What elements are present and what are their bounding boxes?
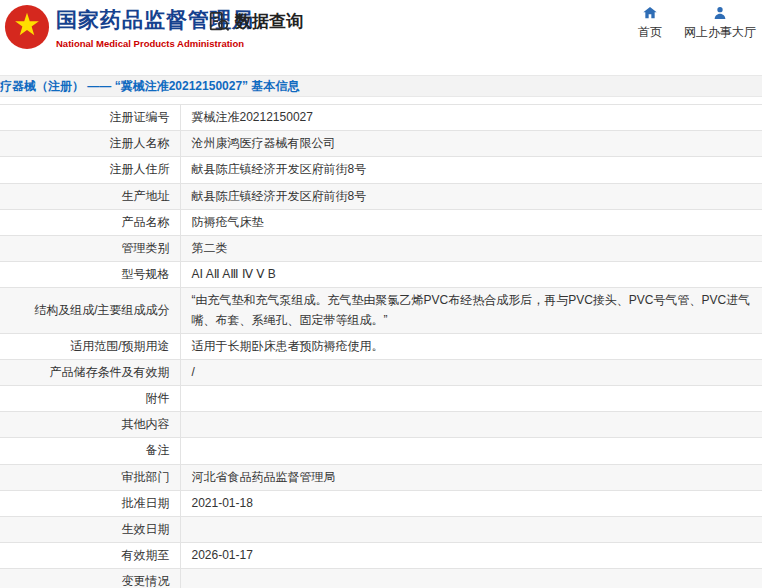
- table-row: 生效日期: [0, 517, 762, 543]
- row-label: 备注: [0, 438, 180, 464]
- nav-home[interactable]: 首页: [638, 5, 662, 41]
- nav-service-hall-label: 网上办事大厅: [684, 24, 756, 41]
- row-label: 有效期至: [0, 543, 180, 569]
- document-search-icon: [208, 11, 230, 33]
- row-value: [180, 386, 762, 412]
- row-label: 产品储存条件及有效期: [0, 359, 180, 385]
- row-label: 其他内容: [0, 412, 180, 438]
- row-value: /: [180, 359, 762, 385]
- row-label: 结构及组成/主要组成成分: [0, 288, 180, 333]
- row-label: 注册证编号: [0, 105, 180, 131]
- nav-service-hall[interactable]: 网上办事大厅: [684, 5, 756, 41]
- row-label: 批准日期: [0, 490, 180, 516]
- row-label: 变更情况: [0, 569, 180, 588]
- row-value: “由充气垫和充气泵组成。充气垫由聚氯乙烯PVC布经热合成形后，再与PVC接头、P…: [180, 288, 762, 333]
- registration-info-table: 注册证编号 冀械注准20212150027 注册人名称 沧州康鸿医疗器械有限公司…: [0, 104, 762, 588]
- row-value: [180, 438, 762, 464]
- row-value: 第二类: [180, 235, 762, 261]
- row-label: 注册人名称: [0, 131, 180, 157]
- row-value: 适用于长期卧床患者预防褥疮使用。: [180, 333, 762, 359]
- row-label: 审批部门: [0, 464, 180, 490]
- table-row: 生产地址 献县陈庄镇经济开发区府前街8号: [0, 183, 762, 209]
- data-query-tab[interactable]: 数据查询: [208, 10, 303, 33]
- person-icon: [712, 5, 728, 21]
- row-value: 2026-01-17: [180, 543, 762, 569]
- row-value: 沧州康鸿医疗器械有限公司: [180, 131, 762, 157]
- table-row: 审批部门 河北省食品药品监督管理局: [0, 464, 762, 490]
- row-value: 防褥疮气床垫: [180, 209, 762, 235]
- row-label: 产品名称: [0, 209, 180, 235]
- nav-home-label: 首页: [638, 24, 662, 41]
- row-value: 2021-01-18: [180, 490, 762, 516]
- row-value: [180, 517, 762, 543]
- row-label: 注册人住所: [0, 157, 180, 183]
- table-row: 型号规格 AⅠ AⅡ AⅢ Ⅳ Ⅴ B: [0, 262, 762, 288]
- table-row: 管理类别 第二类: [0, 235, 762, 261]
- row-value: AⅠ AⅡ AⅢ Ⅳ Ⅴ B: [180, 262, 762, 288]
- breadcrumb-text: 疗器械（注册） —— “冀械注准20212150027” 基本信息: [0, 78, 299, 95]
- row-value: 献县陈庄镇经济开发区府前街8号: [180, 157, 762, 183]
- table-row: 附件: [0, 386, 762, 412]
- table-row: 注册人名称 沧州康鸿医疗器械有限公司: [0, 131, 762, 157]
- table-row: 结构及组成/主要组成成分 “由充气垫和充气泵组成。充气垫由聚氯乙烯PVC布经热合…: [0, 288, 762, 333]
- table-row: 产品储存条件及有效期 /: [0, 359, 762, 385]
- row-value: 献县陈庄镇经济开发区府前街8号: [180, 183, 762, 209]
- site-header: 国家药品监督管理局 National Medical Products Admi…: [0, 0, 762, 62]
- info-table-body: 注册证编号 冀械注准20212150027 注册人名称 沧州康鸿医疗器械有限公司…: [0, 105, 762, 588]
- table-row: 其他内容: [0, 412, 762, 438]
- table-row: 注册人住所 献县陈庄镇经济开发区府前街8号: [0, 157, 762, 183]
- national-emblem-logo: [4, 4, 50, 50]
- row-label: 生效日期: [0, 517, 180, 543]
- home-icon: [642, 5, 658, 21]
- row-label: 管理类别: [0, 235, 180, 261]
- table-row: 产品名称 防褥疮气床垫: [0, 209, 762, 235]
- table-row: 变更情况: [0, 569, 762, 588]
- row-label: 生产地址: [0, 183, 180, 209]
- table-row: 适用范围/预期用途 适用于长期卧床患者预防褥疮使用。: [0, 333, 762, 359]
- row-label: 附件: [0, 386, 180, 412]
- row-value: [180, 412, 762, 438]
- table-row: 备注: [0, 438, 762, 464]
- org-name-en: National Medical Products Administration: [56, 38, 254, 49]
- row-label: 适用范围/预期用途: [0, 333, 180, 359]
- row-label: 型号规格: [0, 262, 180, 288]
- row-value: 河北省食品药品监督管理局: [180, 464, 762, 490]
- section-title: 数据查询: [235, 10, 303, 33]
- row-value: [180, 569, 762, 588]
- page: 国家药品监督管理局 National Medical Products Admi…: [0, 0, 762, 588]
- table-row: 注册证编号 冀械注准20212150027: [0, 105, 762, 131]
- breadcrumb: 疗器械（注册） —— “冀械注准20212150027” 基本信息: [0, 75, 762, 97]
- top-nav: 首页 网上办事大厅: [638, 5, 756, 41]
- table-row: 有效期至 2026-01-17: [0, 543, 762, 569]
- table-row: 批准日期 2021-01-18: [0, 490, 762, 516]
- row-value: 冀械注准20212150027: [180, 105, 762, 131]
